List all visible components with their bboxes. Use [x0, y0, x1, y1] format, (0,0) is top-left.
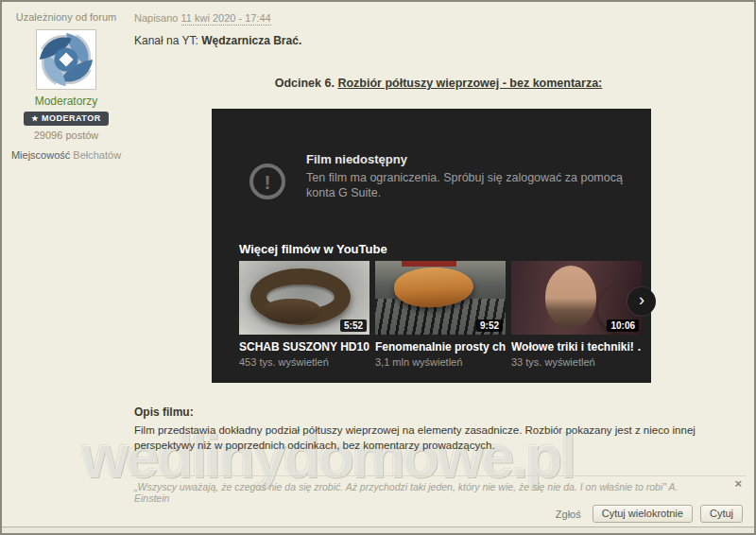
suggested-video-1: 5:52 SCHAB SUSZONY HD10… 453 tys. wyświe… — [239, 261, 369, 368]
episode-heading: Odcinek 6. Rozbiór półtuszy wieprzowej -… — [130, 77, 747, 90]
description-label: Opis filmu: — [134, 406, 747, 419]
video-duration-badge: 10:06 — [607, 319, 639, 332]
close-icon: × — [734, 476, 742, 491]
video-duration-badge: 5:52 — [340, 319, 367, 332]
author-rank: Uzależniony od forum — [2, 11, 130, 23]
episode-prefix: Odcinek 6. — [275, 77, 338, 90]
chevron-right-icon: › — [639, 290, 644, 309]
error-message: Ten film ma ograniczenia. Spróbuj się za… — [306, 170, 642, 200]
suggested-videos: 5:52 SCHAB SUSZONY HD10… 453 tys. wyświe… — [239, 261, 642, 368]
posted-label: Napisano — [134, 12, 178, 24]
post-timestamp: Napisano 11 kwi 2020 - 17:44 — [134, 12, 271, 24]
avatar-swirl-logo — [37, 30, 95, 89]
moderator-badge-label: MODERATOR — [42, 113, 101, 123]
forum-post: wedlinydomowe.pl Uzależniony od forum — [0, 0, 756, 535]
video-thumbnail-2[interactable]: 9:52 — [375, 261, 506, 335]
author-post-count: 29096 postów — [2, 129, 130, 141]
posted-date: 11 kwi 2020 - 17:44 — [181, 12, 271, 26]
moderator-badge: ★MODERATOR — [24, 112, 108, 126]
video-title[interactable]: Fenomenalnie prosty ch… — [375, 340, 506, 354]
location-value: Bełchatów — [73, 149, 121, 161]
signature-quote: „Wszyscy uważają, że czegoś nie da się z… — [134, 481, 701, 504]
video-title[interactable]: SCHAB SUSZONY HD10… — [239, 340, 369, 354]
video-thumbnail-1[interactable]: 5:52 — [239, 261, 369, 335]
video-duration-badge: 9:52 — [476, 319, 503, 332]
channel-name: Wędzarnicza Brać. — [201, 34, 301, 47]
thumbnail-art — [545, 266, 596, 328]
next-videos-button[interactable]: › — [627, 287, 656, 316]
post-footer-strip — [2, 526, 754, 533]
close-signature-button[interactable]: × — [734, 477, 742, 490]
youtube-embed: ! Film niedostępny Ten film ma ogranicze… — [212, 109, 651, 383]
multiquote-button[interactable]: Cytuj wielokrotnie — [593, 505, 693, 523]
film-description: Opis filmu: Film przedstawia dokładny po… — [134, 406, 747, 453]
suggested-video-2: 9:52 Fenomenalnie prosty ch… 3,1 mln wyś… — [375, 261, 506, 368]
author-group-link[interactable]: Moderatorzy — [2, 95, 130, 108]
video-views: 3,1 mln wyświetleń — [375, 356, 506, 368]
video-thumbnail-3[interactable]: 10:06 — [511, 261, 642, 335]
author-location: Miejscowość Bełchatów — [2, 149, 130, 161]
thumbnail-art — [264, 299, 320, 323]
suggested-video-3: 10:06 Wołowe triki i techniki! … 33 tys.… — [511, 261, 642, 368]
video-views: 33 tys. wyświetleń — [511, 356, 642, 368]
post-actions: Zgłoś Cytuj wielokrotnie Cytuj — [556, 505, 743, 523]
error-title: Film niedostępny — [306, 152, 642, 166]
location-label: Miejscowość — [11, 149, 70, 161]
more-videos-label: Więcej filmów w YouTube — [239, 242, 387, 256]
episode-link[interactable]: Rozbiór półtuszy wieprzowej - bez koment… — [337, 77, 602, 90]
avatar[interactable] — [36, 29, 96, 90]
signature-divider — [130, 475, 747, 476]
description-text: Film przedstawia dokładny podział półtus… — [134, 423, 747, 453]
author-panel: Uzależniony od forum Moderatorzy ★MO — [2, 2, 130, 161]
channel-line: Kanał na YT: Wędzarnicza Brać. — [134, 34, 301, 47]
video-title[interactable]: Wołowe triki i techniki! … — [511, 340, 642, 354]
report-link[interactable]: Zgłoś — [556, 509, 581, 520]
star-icon: ★ — [31, 114, 39, 123]
video-views: 453 tys. wyświetleń — [239, 356, 369, 368]
player-error-text: Film niedostępny Ten film ma ograniczeni… — [306, 152, 642, 200]
thumbnail-art — [402, 261, 456, 267]
channel-prefix: Kanał na YT: — [134, 34, 201, 47]
quote-button[interactable]: Cytuj — [700, 505, 743, 523]
error-icon: ! — [249, 164, 285, 199]
player-error: ! Film niedostępny Ten film ma ogranicze… — [249, 152, 642, 200]
